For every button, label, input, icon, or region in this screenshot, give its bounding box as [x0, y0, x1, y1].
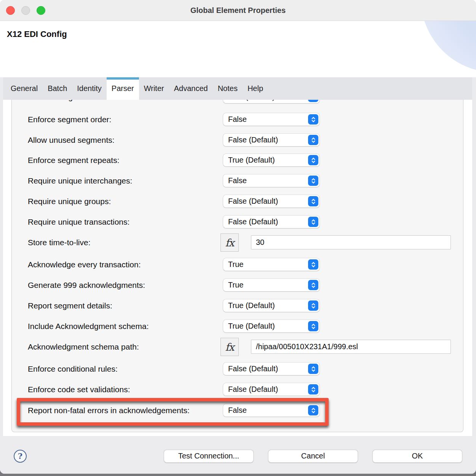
select-enforce-code-set-validations[interactable]: False (Default)	[223, 383, 319, 396]
window-title: Global Element Properties	[0, 0, 476, 21]
select-value: False (Default)	[223, 216, 319, 228]
tab-batch[interactable]: Batch	[43, 77, 72, 100]
up-down-chevrons-icon	[310, 219, 316, 225]
button-bar: ? Test Connection...CancelOK	[0, 436, 476, 474]
field-label: Allow unused segments:	[28, 131, 115, 149]
field-label: Acknowledge every transaction:	[28, 256, 141, 274]
up-down-chevrons-icon	[310, 261, 316, 268]
select-enforce-segment-order[interactable]: False	[223, 113, 319, 126]
field-label: Enforce conditional rules:	[28, 360, 118, 378]
up-down-chevrons-icon	[310, 157, 316, 164]
select-value: False (Default)	[223, 195, 319, 208]
select-value: False (Default)	[223, 363, 319, 375]
up-down-chevrons-icon	[310, 177, 316, 184]
form-row-acknowledge-every-transaction: Acknowledge every transaction:True	[12, 256, 463, 274]
field-label: Enforce segment order:	[28, 110, 111, 129]
select-stepper-icon	[308, 196, 318, 206]
select-require-unique-transactions[interactable]: False (Default)	[223, 216, 319, 228]
select-enforce-length-limits[interactable]: True (Default)	[223, 100, 319, 103]
select-stepper-icon	[308, 405, 318, 415]
field-label: Require unique interchanges:	[28, 172, 132, 190]
field-label: Store time-to-live:	[28, 233, 91, 252]
tab-advanced[interactable]: Advanced	[169, 77, 213, 100]
form-row-require-unique-transactions: Require unique transactions:False (Defau…	[12, 213, 463, 231]
select-value: True (Default)	[223, 320, 319, 332]
select-value: False	[223, 174, 319, 187]
select-value: True	[223, 258, 319, 271]
tab-general[interactable]: General	[6, 77, 43, 100]
cancel-button[interactable]: Cancel	[268, 450, 358, 463]
zoom-window-icon[interactable]	[37, 6, 45, 15]
select-value: False (Default)	[223, 134, 319, 146]
field-label: Report segment details:	[28, 297, 112, 315]
expression-fx-button[interactable]: fx	[220, 233, 239, 252]
form-row-generate-999-acknowledgments: Generate 999 acknowledgments:True	[12, 276, 463, 294]
select-stepper-icon	[308, 280, 318, 290]
select-acknowledge-every-transaction[interactable]: True	[223, 258, 319, 271]
select-stepper-icon	[308, 100, 318, 102]
form-row-report-segment-details: Report segment details:True (Default)	[12, 297, 463, 315]
up-down-chevrons-icon	[310, 386, 316, 393]
form-row-allow-unused-segments: Allow unused segments:False (Default)	[12, 131, 463, 149]
form-row-enforce-code-set-validations: Enforce code set validations:False (Defa…	[12, 380, 463, 399]
up-down-chevrons-icon	[310, 366, 316, 372]
ok-button[interactable]: OK	[372, 450, 462, 463]
select-enforce-conditional-rules[interactable]: False (Default)	[223, 363, 319, 375]
field-label: Require unique groups:	[28, 192, 111, 211]
test-connection-button[interactable]: Test Connection...	[164, 450, 254, 463]
tab-parser[interactable]: Parser	[107, 77, 139, 100]
form-row-enforce-conditional-rules: Enforce conditional rules:False (Default…	[12, 360, 463, 378]
select-stepper-icon	[308, 300, 318, 311]
select-stepper-icon	[308, 321, 318, 331]
up-down-chevrons-icon	[310, 323, 316, 330]
expression-fx-button[interactable]: fx	[220, 338, 239, 356]
tab-help[interactable]: Help	[243, 77, 268, 100]
select-value: True (Default)	[223, 154, 319, 166]
page-title: X12 EDI Config	[7, 29, 67, 39]
form-row-acknowledgment-schema-path: Acknowledgment schema path:fx	[12, 338, 463, 356]
tab-identity[interactable]: Identity	[72, 77, 106, 100]
select-stepper-icon	[308, 217, 318, 227]
select-allow-unused-segments[interactable]: False (Default)	[223, 134, 319, 146]
field-label: Require unique transactions:	[28, 213, 129, 231]
select-enforce-segment-repeats[interactable]: True (Default)	[223, 154, 319, 166]
field-label: Include Acknowledgment schema:	[28, 317, 149, 335]
form-row-enforce-segment-order: Enforce segment order:False	[12, 110, 463, 129]
text-input-store-time-to-live[interactable]	[251, 235, 451, 249]
tab-strip: GeneralBatchIdentityParserWriterAdvanced…	[3, 77, 472, 100]
select-require-unique-groups[interactable]: False (Default)	[223, 195, 319, 208]
select-generate-999-acknowledgments[interactable]: True	[223, 279, 319, 291]
tab-content: Enforce length limits:True (Default)Enfo…	[0, 100, 476, 436]
dialog-header: X12 EDI Config	[0, 21, 476, 77]
up-down-chevrons-icon	[310, 137, 316, 144]
select-value: True (Default)	[223, 100, 319, 103]
tab-writer[interactable]: Writer	[139, 77, 169, 100]
field-label: Enforce length limits:	[28, 100, 102, 106]
tab-notes[interactable]: Notes	[213, 77, 243, 100]
field-label: Acknowledgment schema path:	[28, 338, 139, 356]
traffic-lights	[6, 6, 45, 15]
up-down-chevrons-icon	[310, 116, 316, 123]
up-down-chevrons-icon	[310, 302, 316, 309]
field-label: Generate 999 acknowledgments:	[28, 276, 145, 294]
select-report-segment-details[interactable]: True (Default)	[223, 299, 319, 312]
select-include-acknowledgment-schema[interactable]: True (Default)	[223, 320, 319, 332]
form-row-report-non-fatal-errors-in-acknowledgements: Report non-fatal errors in acknowledgeme…	[12, 401, 463, 420]
help-button[interactable]: ?	[14, 450, 27, 463]
select-value: True (Default)	[223, 299, 319, 312]
select-value: False (Default)	[223, 383, 319, 396]
select-stepper-icon	[308, 364, 318, 374]
select-report-non-fatal-errors-in-acknowledgements[interactable]: False	[223, 404, 319, 417]
field-label: Report non-fatal errors in acknowledgeme…	[28, 401, 190, 420]
form-row-require-unique-groups: Require unique groups:False (Default)	[12, 192, 463, 211]
form-panel: Enforce length limits:True (Default)Enfo…	[11, 100, 463, 432]
close-window-icon[interactable]	[6, 6, 15, 15]
form-row-enforce-length-limits: Enforce length limits:True (Default)	[12, 100, 463, 106]
text-input-acknowledgment-schema-path[interactable]	[251, 340, 451, 354]
field-label: Enforce segment repeats:	[28, 151, 119, 169]
select-value: False	[223, 113, 319, 126]
select-value: False	[223, 404, 319, 417]
select-stepper-icon	[308, 135, 318, 145]
select-require-unique-interchanges[interactable]: False	[223, 174, 319, 187]
title-bar: Global Element Properties	[0, 0, 476, 21]
